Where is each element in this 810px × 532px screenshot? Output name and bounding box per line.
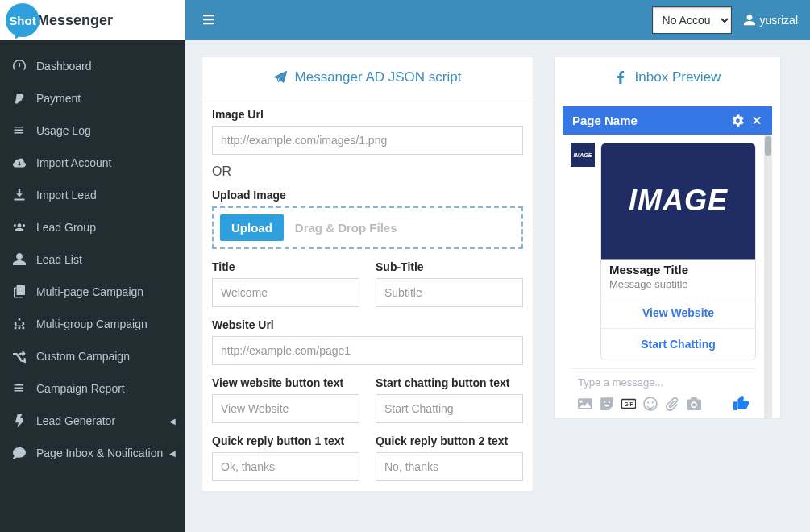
account-select[interactable]: No Accou [652,6,732,34]
image-icon[interactable] [578,397,592,411]
comment-icon [12,447,27,459]
facebook-icon [614,71,627,84]
dnd-text: Drag & Drop Files [295,221,397,235]
page-name: Page Name [572,114,638,127]
sidebar: Dashboard Payment Usage Log Import Accou… [0,40,185,532]
sidebar-item-page-inbox-notification[interactable]: Page Inbox & Notification ◀ [0,437,185,469]
scrollbar[interactable] [765,136,771,156]
sidebar-item-campaign-report[interactable]: Campaign Report [0,372,185,405]
panel-title: Messanger AD JSON script [295,69,462,85]
message-card: IMAGE Message Title Message subtitle Vie… [600,143,756,360]
sidebar-item-label: Lead Generator [36,414,115,427]
view-button-input[interactable] [212,394,359,423]
gear-icon[interactable] [732,114,744,127]
upload-dropzone[interactable]: Upload Drag & Drop Files [212,206,523,249]
paypal-icon [12,92,27,105]
view-button-label: View website button text [212,376,359,389]
sidebar-item-label: Lead List [36,253,82,266]
sidebar-item-label: Import Lead [36,189,97,202]
sidebar-item-label: Custom Campaign [36,350,130,363]
sidebar-item-label: Usage Log [36,124,91,137]
preview-title: Inbox Preview [635,69,721,85]
card-title: Message Title [609,263,747,276]
compose-input[interactable]: Type a message... [578,375,749,395]
sidebar-item-label: Multi-group Campaign [36,318,147,330]
list-icon [12,382,27,395]
subtitle-input[interactable] [376,278,523,307]
sidebar-item-payment[interactable]: Payment [0,82,185,114]
like-icon[interactable] [733,395,749,410]
website-input[interactable] [212,336,523,365]
chat-button-label: Start chatting button text [376,376,523,389]
sidebar-item-label: Payment [36,92,81,105]
sidebar-item-multi-group-campaign[interactable]: Multi-group Campaign [0,308,185,340]
username: yusrizal [760,14,798,27]
sidebar-item-label: Lead Group [36,221,96,234]
sidebar-item-label: Page Inbox & Notification [36,447,163,459]
title-input[interactable] [212,278,359,307]
emoji-icon[interactable] [643,397,658,411]
cloud-down-icon [12,156,27,169]
website-label: Website Url [212,318,523,331]
qr2-label: Quick reply button 2 text [376,434,523,447]
qr2-input[interactable] [376,452,523,481]
subtitle-label: Sub-Title [376,260,523,273]
dashboard-icon [12,60,27,73]
sidebar-item-multi-page-campaign[interactable]: Multi-page Campaign [0,276,185,308]
brand-logo[interactable]: Shot Messenger [0,0,185,40]
gif-icon[interactable] [621,397,636,411]
logo-shot-text: Shot [9,14,35,27]
sidebar-item-label: Campaign Report [36,382,125,395]
chevron-left-icon: ◀ [169,449,176,458]
sidebar-item-import-lead[interactable]: Import Lead [0,179,185,211]
upload-button[interactable]: Upload [220,214,284,241]
or-text: OR [212,164,523,179]
ad-json-panel: Messanger AD JSON script Image Url OR Up… [201,56,534,492]
upload-label: Upload Image [212,189,523,202]
user-menu[interactable]: yusrizal [744,14,798,27]
sidebar-toggle[interactable] [197,8,220,33]
chat-button-input[interactable] [376,394,523,423]
copy-icon [12,285,27,298]
attach-icon[interactable] [665,397,679,411]
avatar: IMAGE [571,143,595,167]
qr1-input[interactable] [212,452,359,481]
card-subtitle: Message subtitle [609,278,747,290]
sidebar-item-custom-campaign[interactable]: Custom Campaign [0,340,185,372]
sidebar-item-usage-log[interactable]: Usage Log [0,114,185,147]
chevron-left-icon: ◀ [169,417,176,426]
sidebar-item-lead-group[interactable]: Lead Group [0,211,185,243]
sticker-icon[interactable] [600,397,614,411]
sidebar-item-label: Import Account [36,156,111,169]
title-label: Title [212,260,359,273]
list-icon [12,124,27,137]
inbox-preview-panel: Inbox Preview Page Name IMAGE IMAGE [554,56,781,419]
camera-icon[interactable] [687,397,701,411]
start-chatting-button[interactable]: Start Chatting [601,328,755,360]
users-icon [12,221,27,234]
card-image: IMAGE [601,143,755,260]
close-icon[interactable] [750,114,762,127]
image-url-label: Image Url [212,108,523,121]
logo-messenger-text: Messenger [37,12,113,29]
image-url-input[interactable] [212,126,523,155]
download-icon [12,189,27,202]
qr1-label: Quick reply button 1 text [212,434,359,447]
compose-area: Type a message... [571,368,756,418]
bolt-icon [12,414,27,427]
view-website-button[interactable]: View Website [601,297,755,328]
sidebar-item-lead-list[interactable]: Lead List [0,243,185,276]
sidebar-item-lead-generator[interactable]: Lead Generator ◀ [0,405,185,437]
sidebar-item-label: Dashboard [36,60,92,73]
sidebar-item-label: Multi-page Campaign [36,285,143,298]
plane-icon [274,71,287,84]
user-icon [744,15,755,26]
sidebar-item-import-account[interactable]: Import Account [0,147,185,179]
user-icon [12,253,27,266]
sitemap-icon [12,318,27,330]
sidebar-item-dashboard[interactable]: Dashboard [0,50,185,82]
inbox-header: Page Name [563,106,772,135]
random-icon [12,350,27,363]
